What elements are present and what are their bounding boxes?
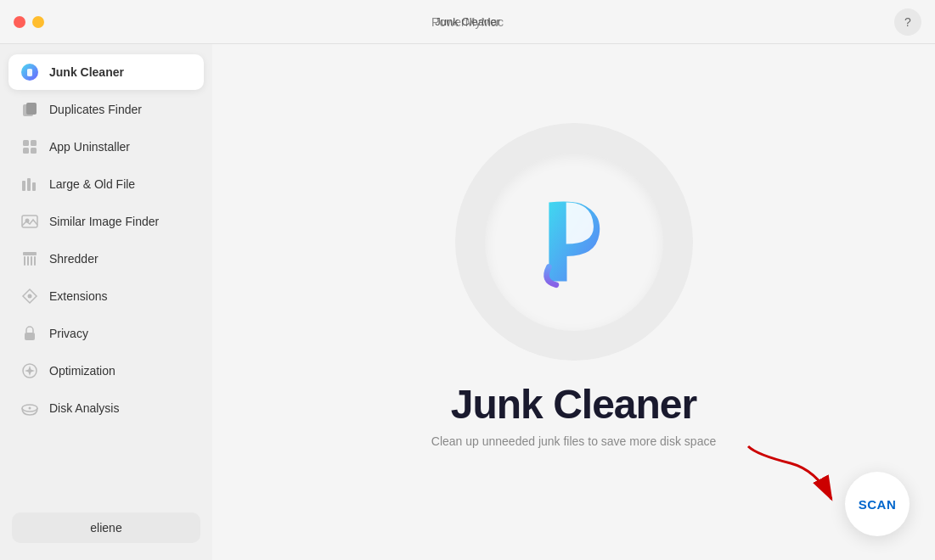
svg-rect-9 <box>32 182 36 191</box>
svg-rect-18 <box>25 333 35 340</box>
titlebar: PowerMyMac Junk Cleaner ? <box>0 0 935 44</box>
main-layout: Junk Cleaner Duplicates Finder App U <box>0 44 935 560</box>
minimize-button[interactable] <box>32 16 44 28</box>
sidebar-label-duplicates-finder: Duplicates Finder <box>49 103 142 116</box>
sidebar-item-junk-cleaner[interactable]: Junk Cleaner <box>8 54 204 90</box>
svg-rect-5 <box>23 148 29 154</box>
sidebar-item-large-old-file[interactable]: Large & Old File <box>8 166 204 202</box>
sidebar-item-disk-analysis[interactable]: Disk Analysis <box>8 390 204 426</box>
arrow-icon <box>740 438 842 514</box>
center-content: Junk Cleaner Clean up unneeded junk file… <box>431 123 716 448</box>
sidebar-label-large-old-file: Large & Old File <box>49 177 135 191</box>
svg-rect-15 <box>31 256 32 266</box>
scan-button-wrapper: SCAN <box>845 472 910 536</box>
sidebar-item-optimization[interactable]: Optimization <box>8 353 204 389</box>
close-button[interactable] <box>14 16 25 28</box>
sidebar-label-optimization: Optimization <box>49 364 115 378</box>
main-title: Junk Cleaner <box>451 381 696 428</box>
svg-rect-16 <box>34 256 36 266</box>
sidebar: Junk Cleaner Duplicates Finder App U <box>0 44 212 560</box>
svg-rect-14 <box>27 256 29 266</box>
similar-image-finder-icon <box>20 212 39 231</box>
optimization-icon <box>20 361 39 380</box>
svg-rect-8 <box>27 178 31 191</box>
sidebar-label-app-uninstaller: App Uninstaller <box>49 140 130 154</box>
shredder-icon <box>20 249 39 268</box>
duplicates-finder-icon <box>20 100 39 119</box>
svg-rect-7 <box>22 181 25 191</box>
user-button[interactable]: eliene <box>12 512 200 543</box>
help-button[interactable]: ? <box>894 8 921 36</box>
traffic-lights <box>14 16 44 28</box>
sidebar-item-extensions[interactable]: Extensions <box>8 278 204 314</box>
extensions-icon <box>20 287 39 305</box>
svg-point-21 <box>29 407 31 410</box>
svg-rect-13 <box>24 256 25 266</box>
sidebar-label-privacy: Privacy <box>49 327 88 340</box>
svg-rect-2 <box>26 103 37 115</box>
app-uninstaller-icon <box>20 137 39 156</box>
sidebar-item-duplicates-finder[interactable]: Duplicates Finder <box>8 92 204 127</box>
main-subtitle: Clean up unneeded junk files to save mor… <box>431 434 716 448</box>
app-logo <box>527 195 621 288</box>
sidebar-label-disk-analysis: Disk Analysis <box>49 401 119 415</box>
content-area: Junk Cleaner Clean up unneeded junk file… <box>212 44 935 560</box>
sidebar-item-app-uninstaller[interactable]: App Uninstaller <box>8 129 204 165</box>
svg-rect-3 <box>23 140 29 146</box>
logo-circle-outer <box>455 123 693 361</box>
large-old-file-icon <box>20 175 39 193</box>
disk-analysis-icon <box>20 399 39 417</box>
svg-rect-12 <box>23 252 37 255</box>
window-title: Junk Cleaner <box>435 15 500 28</box>
junk-cleaner-icon <box>20 63 39 81</box>
logo-circle-inner <box>485 153 663 331</box>
svg-point-17 <box>28 294 32 299</box>
privacy-icon <box>20 324 39 343</box>
svg-rect-4 <box>31 140 37 146</box>
sidebar-label-extensions: Extensions <box>49 289 107 303</box>
sidebar-item-privacy[interactable]: Privacy <box>8 316 204 351</box>
scan-button[interactable]: SCAN <box>845 472 910 536</box>
sidebar-label-similar-image-finder: Similar Image Finder <box>49 215 159 228</box>
sidebar-item-shredder[interactable]: Shredder <box>8 241 204 277</box>
arrow-container <box>740 438 842 518</box>
sidebar-bottom: eliene <box>8 506 204 550</box>
svg-rect-6 <box>31 148 37 154</box>
sidebar-item-similar-image-finder[interactable]: Similar Image Finder <box>8 204 204 239</box>
sidebar-label-junk-cleaner: Junk Cleaner <box>49 65 124 79</box>
sidebar-label-shredder: Shredder <box>49 252 99 266</box>
